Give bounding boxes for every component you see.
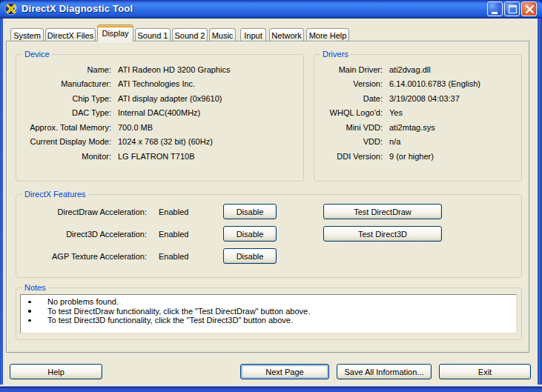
tab-sound-1[interactable]: Sound 1 [135,28,171,41]
directx-features-group: DirectX Features DirectDraw Acceleration… [16,194,522,278]
drivers-ddi-version-value: 9 (or higher) [389,152,434,161]
device-name-value: ATI Radeon HD 3200 Graphics [118,65,230,74]
note-item: No problems found. [21,297,516,307]
window-border-bottom [0,385,542,392]
device-manufacturer-label: Manufacturer: [16,79,111,88]
directx-icon [4,2,18,16]
notes-group: Notes No problems found. To test DirectD… [16,288,522,340]
tab-directx-files[interactable]: DirectX Files [45,28,96,41]
drivers-version-value: 6.14.0010.6783 (English) [389,79,480,88]
close-button[interactable] [521,1,537,16]
exit-button[interactable]: Exit [439,364,531,379]
tab-strip: System DirectX Files Display Sound 1 Sou… [10,24,351,41]
device-memory-label: Approx. Total Memory: [16,123,111,132]
title-bar[interactable]: DirectX Diagnostic Tool [0,0,542,19]
drivers-ddi-version-label: DDI Version: [314,152,383,161]
drivers-whql-value: Yes [389,108,403,117]
direct3d-acceleration-status: Enabled [159,230,188,239]
tab-label: DirectX Files [47,31,93,40]
drivers-group: Drivers Main Driver:ati2dvag.dll Version… [314,54,522,182]
note-item: To test Direct3D functionality, click th… [21,316,516,325]
device-name-label: Name: [16,65,111,74]
tab-label: More Help [309,31,347,40]
device-monitor-label: Monitor: [16,152,111,161]
device-manufacturer-value: ATI Technologies Inc. [118,79,195,88]
tab-label: Display [102,29,128,38]
device-monitor-value: LG FLATRON T710B [118,152,195,161]
drivers-whql-label: WHQL Logo'd: [314,108,383,117]
next-page-button[interactable]: Next Page [240,364,329,379]
maximize-button[interactable] [504,1,520,16]
device-dac-type-label: DAC Type: [16,108,111,117]
device-chip-type-value: ATI display adapter (0x9610) [118,94,222,103]
help-button[interactable]: Help [10,364,102,379]
disable-directdraw-button[interactable]: Disable [223,204,277,219]
tab-sound-2[interactable]: Sound 2 [172,28,208,41]
drivers-vdd-value: n/a [389,137,400,146]
directx-diagnostic-window: DirectX Diagnostic Tool System DirectX F… [0,0,542,392]
tab-label: Sound 2 [175,31,205,40]
device-display-mode-label: Current Display Mode: [16,137,111,146]
notes-group-caption: Notes [22,283,48,293]
directdraw-acceleration-label: DirectDraw Acceleration: [16,207,147,216]
tab-more-help[interactable]: More Help [306,28,349,41]
tab-network[interactable]: Network [269,28,304,41]
device-memory-value: 700.0 MB [118,123,153,132]
tab-label: Input [244,31,262,40]
drivers-mini-vdd-value: ati2mtag.sys [389,123,435,132]
agp-texture-acceleration-status: Enabled [159,252,188,261]
tab-system[interactable]: System [10,28,44,41]
tab-label: System [13,31,41,40]
notes-text-box[interactable]: No problems found. To test DirectDraw fu… [20,294,517,333]
agp-texture-acceleration-label: AGP Texture Acceleration: [16,252,147,261]
save-all-information-button[interactable]: Save All Information... [337,364,432,379]
tab-display[interactable]: Display [97,24,133,41]
drivers-date-label: Date: [314,94,383,103]
drivers-version-label: Version: [314,79,383,88]
tab-music[interactable]: Music [209,28,236,41]
device-group: Device Name:ATI Radeon HD 3200 Graphics … [16,54,304,182]
direct3d-acceleration-label: Direct3D Acceleration: [16,230,147,239]
drivers-mini-vdd-label: Mini VDD: [314,123,383,132]
drivers-group-caption: Drivers [320,50,351,59]
drivers-main-driver-value: ati2dvag.dll [389,65,431,74]
tab-input[interactable]: Input [240,28,266,41]
minimize-button[interactable] [487,1,503,16]
disable-agp-texture-button[interactable]: Disable [223,248,277,264]
tab-label: Sound 1 [138,31,168,40]
tab-label: Network [271,31,301,40]
display-tab-page: Device Name:ATI Radeon HD 3200 Graphics … [6,41,529,353]
tab-label: Music [212,31,234,40]
directdraw-acceleration-status: Enabled [159,207,188,216]
note-item: To test DirectDraw functionality, click … [21,307,516,316]
directx-features-group-caption: DirectX Features [22,190,88,199]
client-area: System DirectX Files Display Sound 1 Sou… [3,19,538,385]
drivers-date-value: 3/19/2008 04:03:37 [389,94,460,103]
device-dac-type-value: Internal DAC(400MHz) [118,108,200,117]
window-title: DirectX Diagnostic Tool [22,3,133,14]
test-directdraw-button[interactable]: Test DirectDraw [323,204,442,219]
device-group-caption: Device [22,50,52,59]
disable-direct3d-button[interactable]: Disable [223,226,277,242]
drivers-vdd-label: VDD: [314,137,383,146]
device-display-mode-value: 1024 x 768 (32 bit) (60Hz) [118,137,213,146]
test-direct3d-button[interactable]: Test Direct3D [323,226,442,242]
device-chip-type-label: Chip Type: [16,94,111,103]
window-border-right [538,19,542,392]
drivers-main-driver-label: Main Driver: [314,65,383,74]
